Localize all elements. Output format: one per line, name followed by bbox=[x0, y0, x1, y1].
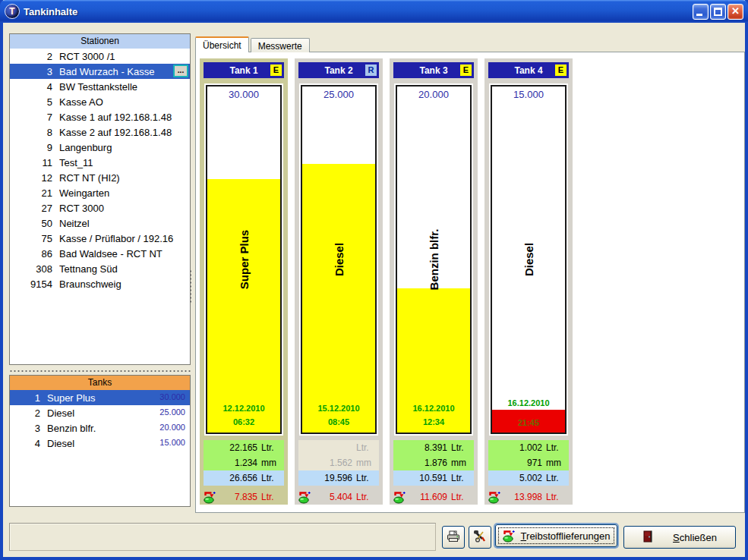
tank-list-row[interactable]: 3Benzin blfr.20.000 bbox=[10, 420, 190, 436]
station-name: Langenburg bbox=[59, 142, 190, 153]
status-panel bbox=[9, 523, 436, 551]
app-window: T Tankinhalte ✕ Stationen 2RCT 3000 /13B… bbox=[0, 0, 748, 560]
app-icon: T bbox=[5, 4, 20, 19]
station-name: Weingarten bbox=[59, 187, 190, 199]
free-capacity-row: 5.002Ltr. bbox=[488, 470, 569, 486]
measurement-box: 1.002Ltr. 971mm 5.002Ltr. bbox=[488, 440, 569, 486]
station-row[interactable]: 12RCT NT (HI2) bbox=[10, 170, 190, 185]
station-row[interactable]: 308Tettnang Süd bbox=[10, 261, 190, 276]
station-row[interactable]: 4BW Testtankstelle bbox=[10, 79, 190, 94]
station-name: RCT 3000 /1 bbox=[59, 51, 190, 62]
delivery-row: 5.404Ltr. bbox=[298, 489, 379, 505]
measurement-box: 8.391Ltr. 1.876mm 10.591Ltr. bbox=[393, 440, 474, 486]
tab-uebersicht[interactable]: Übersicht bbox=[195, 36, 249, 52]
station-id: 12 bbox=[10, 172, 52, 184]
station-row[interactable]: 27RCT 3000 bbox=[10, 200, 190, 216]
station-name: Kasse AO bbox=[59, 96, 190, 108]
station-id: 8 bbox=[10, 127, 52, 138]
station-id: 308 bbox=[10, 263, 52, 275]
maximize-button[interactable] bbox=[710, 4, 726, 20]
button-label: Treibstofflieferungen bbox=[521, 530, 611, 542]
station-row[interactable]: 8Kasse 2 auf 192.168.1.48 bbox=[10, 124, 190, 140]
product-label: Diesel bbox=[522, 243, 535, 276]
station-name: Neitzel bbox=[59, 218, 190, 229]
tank-capacity: 25.000 bbox=[302, 89, 375, 100]
level-row: 1.234mm bbox=[204, 455, 284, 470]
tab-bar: Übersicht Messwerte bbox=[195, 36, 311, 52]
volume-row: 22.165Ltr. bbox=[204, 440, 284, 455]
tank-capacity: 30.000 bbox=[207, 89, 280, 100]
fuel-delivery-icon bbox=[204, 491, 216, 504]
close-button[interactable]: Schließen bbox=[623, 526, 736, 549]
station-name: Bad Wurzach - Kasse bbox=[59, 66, 190, 77]
tab-messwerte[interactable]: Messwerte bbox=[251, 38, 310, 52]
door-icon bbox=[642, 530, 653, 545]
tank-3-header: Tank 3 E bbox=[393, 62, 474, 78]
station-row[interactable]: 21Weingarten bbox=[10, 185, 190, 200]
printer-icon bbox=[447, 530, 460, 545]
horizontal-splitter[interactable] bbox=[9, 368, 191, 373]
station-detail-button[interactable]: ... bbox=[173, 64, 188, 77]
station-name: Kasse 1 auf 192.168.1.48 bbox=[59, 112, 190, 123]
tank-list-row[interactable]: 4Diesel15.000 bbox=[10, 436, 190, 451]
station-row[interactable]: 86Bad Waldsee - RCT NT bbox=[10, 246, 190, 261]
station-id: 7 bbox=[10, 112, 52, 123]
tank-panel-2[interactable]: Tank 2 R 25.000 Diesel 15.12.2010 08:45 … bbox=[295, 58, 383, 505]
station-id: 9 bbox=[10, 142, 52, 153]
station-id: 21 bbox=[10, 187, 52, 199]
tank-gauge: 15.000 Diesel 16.12.2010 21:45 bbox=[491, 85, 567, 434]
level-row: 1.562mm bbox=[298, 455, 379, 470]
product-label: Diesel bbox=[333, 243, 346, 276]
measure-date: 15.12.2010 bbox=[302, 404, 375, 413]
fuel-delivery-icon bbox=[393, 491, 406, 504]
station-row[interactable]: 3Bad Wurzach - Kasse... bbox=[10, 64, 190, 79]
station-row[interactable]: 9Langenburg bbox=[10, 140, 190, 155]
station-name: Bad Waldsee - RCT NT bbox=[59, 248, 190, 260]
fuel-deliveries-button[interactable]: Treibstofflieferungen bbox=[495, 524, 617, 547]
tank-panel-3[interactable]: Tank 3 E 20.000 Benzin blfr. 16.12.2010 … bbox=[390, 58, 478, 505]
tools-button[interactable] bbox=[469, 526, 491, 549]
print-button[interactable] bbox=[442, 526, 465, 549]
measurement-box: Ltr. 1.562mm 19.596Ltr. bbox=[298, 440, 379, 486]
overview-page: Tank 1 E 30.000 Super Plus 12.12.2010 06… bbox=[195, 52, 745, 513]
free-capacity-row: 26.656Ltr. bbox=[204, 470, 284, 486]
station-id: 3 bbox=[10, 66, 52, 77]
tank-list-row[interactable]: 1Super Plus30.000 bbox=[10, 390, 190, 405]
tank-list-row[interactable]: 2Diesel25.000 bbox=[10, 405, 190, 420]
close-icon[interactable]: ✕ bbox=[727, 4, 743, 20]
station-row[interactable]: 5Kasse AO bbox=[10, 94, 190, 109]
tank-capacity: 15.000 bbox=[492, 89, 565, 100]
station-row[interactable]: 11Test_11 bbox=[10, 155, 190, 170]
station-id: 11 bbox=[10, 157, 52, 168]
level-row: 1.876mm bbox=[393, 455, 474, 470]
fuel-delivery-icon bbox=[488, 491, 501, 504]
fuel-delivery-icon bbox=[298, 491, 311, 504]
station-row[interactable]: 9154Braunschweig bbox=[10, 276, 190, 291]
tank-capacity: 30.000 bbox=[10, 392, 185, 401]
tank-capacity: 15.000 bbox=[10, 438, 185, 447]
tank-status-badge: E bbox=[555, 64, 567, 76]
station-name: Kasse / Prüflabor / 192.16 bbox=[59, 233, 190, 244]
measure-date: 16.12.2010 bbox=[492, 398, 565, 407]
station-name: RCT 3000 bbox=[59, 203, 190, 214]
delivery-row: 13.998Ltr. bbox=[488, 489, 569, 505]
station-name: BW Testtankstelle bbox=[59, 81, 190, 93]
station-row[interactable]: 2RCT 3000 /1 bbox=[10, 49, 190, 64]
tank-panel-1[interactable]: Tank 1 E 30.000 Super Plus 12.12.2010 06… bbox=[200, 58, 288, 505]
tank-gauge: 25.000 Diesel 15.12.2010 08:45 bbox=[301, 85, 377, 434]
station-id: 50 bbox=[10, 218, 52, 229]
vertical-splitter[interactable] bbox=[188, 269, 193, 303]
delivery-row: 11.609Ltr. bbox=[393, 489, 474, 505]
measure-date: 12.12.2010 bbox=[207, 404, 280, 413]
tank-panel-4[interactable]: Tank 4 E 15.000 Diesel 16.12.2010 21:45 … bbox=[484, 58, 573, 505]
stations-header: Stationen bbox=[10, 34, 190, 49]
station-row[interactable]: 50Neitzel bbox=[10, 216, 190, 231]
minimize-button[interactable] bbox=[693, 4, 709, 20]
tank-fill bbox=[302, 164, 375, 433]
station-row[interactable]: 75Kasse / Prüflabor / 192.16 bbox=[10, 231, 190, 246]
tank-gauge: 20.000 Benzin blfr. 16.12.2010 12:34 bbox=[396, 85, 472, 434]
tanks-list: Tanks 1Super Plus30.0002Diesel25.0003Ben… bbox=[9, 375, 191, 507]
station-name: Kasse 2 auf 192.168.1.48 bbox=[59, 127, 190, 138]
station-row[interactable]: 7Kasse 1 auf 192.168.1.48 bbox=[10, 109, 190, 124]
tank-status-badge: E bbox=[460, 64, 472, 76]
